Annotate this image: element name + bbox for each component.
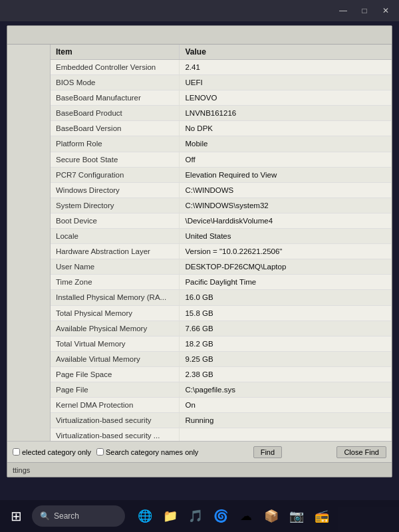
taskbar-icons: 🌐 📁 🎵 🌀 ☁ 📦 📷 📻 [133,504,334,528]
taskbar-icon-7[interactable]: 📷 [285,504,309,528]
item-cell: Kernel DMA Protection [51,398,180,413]
title-bar: — □ ✕ [0,0,399,21]
item-cell: Windows Directory [51,182,180,198]
table-row: Hardware Abstraction LayerVersion = "10.… [51,244,392,259]
close-button[interactable]: ✕ [378,5,394,17]
taskbar-icon-8[interactable]: 📻 [310,504,334,528]
table-header-row: Item Value [51,45,392,60]
value-cell: On [180,398,392,413]
find-button[interactable]: Find [253,446,282,458]
value-cell: No DPK [180,121,392,136]
value-cell: 2.41 [180,60,392,75]
value-cell: Off [180,152,392,167]
value-cell: 7.66 GB [180,321,392,336]
taskbar-icon-5[interactable]: ☁ [234,504,258,528]
table-row: System DirectoryC:\WINDOWS\system32 [51,198,392,213]
taskbar: ⊞ 🔍 Search 🌐 📁 🎵 🌀 ☁ 📦 📷 📻 [0,500,399,532]
table-row: Windows DirectoryC:\WINDOWS [51,182,392,198]
table-row: Installed Physical Memory (RA...16.0 GB [51,290,392,305]
table-row: Virtualization-based security ... [51,428,392,441]
value-cell: Elevation Required to View [180,167,392,182]
content-area: Item Value Embedded Controller Version2.… [7,45,392,441]
table-row: BIOS ModeUEFI [51,75,392,90]
item-cell: Hardware Abstraction Layer [51,244,180,259]
value-cell: LENOVO [180,90,392,106]
table-row: Kernel DMA ProtectionOn [51,398,392,413]
taskbar-icon-2[interactable]: 📁 [158,504,182,528]
table-row: Embedded Controller Version2.41 [51,60,392,75]
value-cell: LNVNB161216 [180,106,392,121]
table-row: Available Physical Memory7.66 GB [51,321,392,336]
table-container: Item Value Embedded Controller Version2.… [51,45,392,441]
column-item: Item [51,45,180,60]
value-cell: C:\WINDOWS [180,182,392,198]
value-cell: 18.2 GB [180,336,392,351]
table-row: Secure Boot StateOff [51,152,392,167]
minimize-button[interactable]: — [335,5,351,17]
item-cell: BIOS Mode [51,75,180,90]
table-row: Total Virtual Memory18.2 GB [51,336,392,351]
item-cell: Page File Space [51,366,180,382]
item-cell: Virtualization-based security ... [51,428,180,441]
value-cell [180,428,392,441]
item-cell: BaseBoard Version [51,121,180,136]
table-row: BaseBoard VersionNo DPK [51,121,392,136]
selected-category-checkbox[interactable] [13,448,20,456]
value-cell: Running [180,413,392,428]
sidebar [7,45,51,441]
value-cell: Pacific Daylight Time [180,275,392,290]
search-category-checkbox[interactable] [96,448,104,456]
maximize-button[interactable]: □ [356,5,372,17]
item-cell: Platform Role [51,136,180,152]
selected-category-group: elected category only [13,448,91,456]
search-category-group: Search category names only [96,448,198,456]
item-cell: BaseBoard Product [51,106,180,121]
item-cell: Secure Boot State [51,152,180,167]
value-cell: UEFI [180,75,392,90]
taskbar-icon-4[interactable]: 🌀 [209,504,233,528]
table-row: Page File Space2.38 GB [51,366,392,382]
item-cell: User Name [51,259,180,275]
value-cell: DESKTOP-DF26CMQ\Laptop [180,259,392,275]
column-value: Value [180,45,392,60]
table-row: PCR7 ConfigurationElevation Required to … [51,167,392,182]
table-row: Virtualization-based securityRunning [51,413,392,428]
taskbar-icon-1[interactable]: 🌐 [133,504,157,528]
table-row: Page FileC:\pagefile.sys [51,382,392,397]
taskbar-search[interactable]: 🔍 Search [32,505,125,527]
close-find-button[interactable]: Close Find [336,446,386,458]
table-row: Boot Device\Device\HarddiskVolume4 [51,213,392,228]
main-window: Item Value Embedded Controller Version2.… [7,25,392,477]
settings-bar: ttings [7,462,392,477]
table-row: BaseBoard ProductLNVNB161216 [51,106,392,121]
search-category-label: Search category names only [106,448,198,456]
table-row: Available Virtual Memory9.25 GB [51,351,392,366]
value-cell: 9.25 GB [180,351,392,366]
item-cell: Embedded Controller Version [51,60,180,75]
table-row: LocaleUnited States [51,229,392,244]
item-cell: Page File [51,382,180,397]
item-cell: Locale [51,229,180,244]
item-cell: PCR7 Configuration [51,167,180,182]
value-cell: Mobile [180,136,392,152]
value-cell: \Device\HarddiskVolume4 [180,213,392,228]
value-cell: 16.0 GB [180,290,392,305]
item-cell: Total Virtual Memory [51,336,180,351]
taskbar-icon-6[interactable]: 📦 [259,504,283,528]
window-toolbar [7,26,392,45]
search-icon: 🔍 [40,511,50,521]
item-cell: BaseBoard Manufacturer [51,90,180,106]
table-row: Platform RoleMobile [51,136,392,152]
taskbar-icon-3[interactable]: 🎵 [184,504,207,528]
item-cell: Time Zone [51,275,180,290]
item-cell: System Directory [51,198,180,213]
item-cell: Boot Device [51,213,180,228]
item-cell: Available Virtual Memory [51,351,180,366]
start-button[interactable]: ⊞ [3,503,29,529]
table-row: BaseBoard ManufacturerLENOVO [51,90,392,106]
item-cell: Installed Physical Memory (RA... [51,290,180,305]
selected-category-label: elected category only [22,448,91,456]
value-cell: C:\WINDOWS\system32 [180,198,392,213]
system-info-table: Item Value Embedded Controller Version2.… [51,45,392,441]
value-cell: Version = "10.0.22621.2506" [180,244,392,259]
